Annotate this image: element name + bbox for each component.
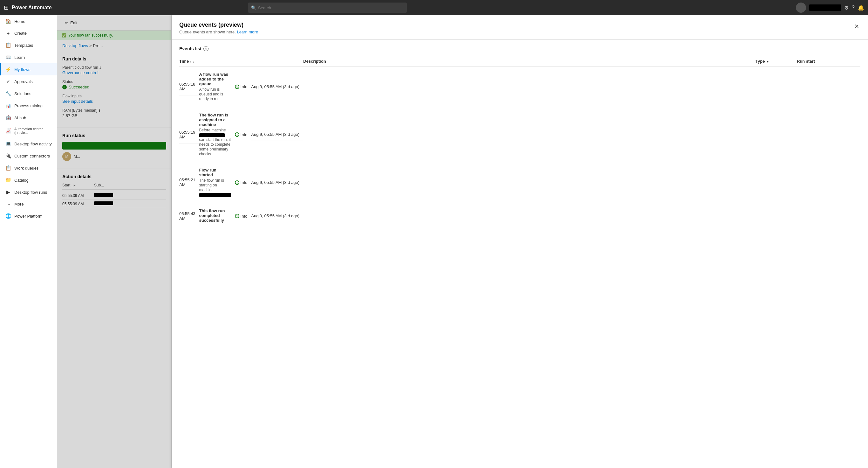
events-list-info-icon: ℹ [204, 46, 209, 51]
sidebar-item-catalog[interactable]: 📁 Catalog [0, 174, 57, 186]
event-time-3: 05:55:21 AM [179, 174, 199, 191]
modal-overlay: Queue events (preview) Queue events are … [57, 15, 868, 468]
sidebar-item-learn[interactable]: 📖 Learn [0, 51, 57, 63]
event-type-1: Info [235, 80, 251, 93]
sidebar-item-label: Home [14, 19, 25, 24]
event-desc-bold-2: The flow run is assigned to a machine [199, 113, 231, 127]
col-type-header[interactable]: Type ▾ [755, 56, 797, 66]
sidebar-item-custom-connectors[interactable]: 🔌 Custom connectors [0, 150, 57, 162]
sidebar-item-home[interactable]: 🏠 Home [0, 15, 57, 27]
event-type-badge-1: Info [235, 84, 248, 89]
sidebar-item-work-queues[interactable]: 📋 Work queues [0, 162, 57, 174]
ai-hub-icon: 🤖 [5, 115, 11, 121]
topbar-right: ⚙ ? 🔔 [796, 3, 864, 13]
event-time-1: 05:55:18 AM [179, 78, 199, 95]
settings-icon[interactable]: ⚙ [844, 5, 848, 11]
notifications-icon[interactable]: 🔔 [858, 5, 864, 11]
type-dot-2 [235, 133, 239, 137]
sidebar-item-power-platform[interactable]: 🌐 Power Platform [0, 210, 57, 222]
event-run-start-3: Aug 9, 05:55 AM (3 d ago) [251, 176, 303, 189]
event-run-start-4: Aug 9, 05:55 AM (3 d ago) [251, 210, 303, 222]
modal-body: Events list ℹ Time ↑ ↓ Description [172, 40, 868, 468]
process-mining-icon: 📊 [5, 103, 11, 109]
modal-header-content: Queue events (preview) Queue events are … [179, 22, 258, 39]
col-description-header: Description [303, 56, 755, 66]
catalog-icon: 📁 [5, 177, 11, 183]
more-icon: ··· [5, 201, 11, 207]
sidebar-item-solutions[interactable]: 🔧 Solutions [0, 87, 57, 99]
event-row-2: 05:55:19 AM The flow run is assigned to … [179, 107, 303, 162]
search-box[interactable]: 🔍 [248, 3, 407, 13]
modal-title: Queue events (preview) [179, 22, 258, 28]
event-type-4: Info [235, 209, 251, 223]
desktop-flow-runs-icon: ▶ [5, 189, 11, 195]
sidebar-item-create[interactable]: + Create [0, 27, 57, 39]
modal-subtitle: Queue events are shown here. Learn more [179, 30, 258, 34]
type-filter-icon: ▾ [767, 60, 769, 63]
power-platform-icon: 🌐 [5, 213, 11, 219]
sidebar-item-process-mining[interactable]: 📊 Process mining [0, 99, 57, 112]
learn-icon: 📖 [5, 54, 11, 60]
approvals-icon: ✓ [5, 79, 11, 84]
event-type-badge-2: Info [235, 133, 248, 137]
sidebar-item-my-flows[interactable]: ⚡ My flows [0, 63, 57, 76]
learn-more-link[interactable]: Learn more [237, 30, 258, 34]
sidebar-item-label: Solutions [14, 91, 31, 96]
sidebar-item-label: Custom connectors [14, 154, 50, 158]
content-area: ✏ Edit ✅ Your flow ran successfully. Des… [57, 15, 868, 468]
type-dot-3 [235, 180, 239, 185]
sidebar-item-label: More [14, 202, 24, 206]
search-input[interactable] [258, 5, 404, 10]
custom-connectors-icon: 🔌 [5, 153, 11, 159]
automation-center-icon: 📈 [5, 128, 11, 134]
sidebar-item-ai-hub[interactable]: 🤖 AI hub [0, 112, 57, 124]
sort-up-icon: ↑ [190, 60, 192, 63]
col-run-start-header: Run start [797, 56, 860, 66]
grid-icon[interactable]: ⊞ [4, 4, 8, 11]
sidebar-item-more[interactable]: ··· More [0, 198, 57, 210]
event-desc-4: This flow run completed successfully [199, 205, 235, 227]
event-type-badge-4: Info [235, 214, 248, 218]
sidebar-item-templates[interactable]: 📋 Templates [0, 39, 57, 51]
events-table-body: 05:55:18 AM A flow run was added to the … [179, 66, 860, 229]
events-table-header-row: Time ↑ ↓ Description Type ▾ Run start [179, 56, 860, 66]
avatar[interactable] [796, 3, 806, 13]
event-time-4: 05:55:43 AM [179, 207, 199, 225]
create-icon: + [5, 31, 11, 36]
sidebar-item-label: Learn [14, 55, 25, 60]
event-desc-3: Flow run started The flow run is startin… [199, 164, 235, 201]
sidebar-item-label: AI hub [14, 116, 26, 120]
event-desc-bold-3: Flow run started [199, 168, 231, 177]
sidebar-item-automation-center[interactable]: 📈 Automation center (previe... [0, 124, 57, 138]
sort-down-icon: ↓ [193, 60, 194, 63]
events-list-label: Events list [179, 46, 202, 51]
sidebar-item-label: Power Platform [14, 214, 42, 218]
event-type-badge-3: Info [235, 180, 248, 185]
solutions-icon: 🔧 [5, 91, 11, 96]
sidebar-item-desktop-flow-runs[interactable]: ▶ Desktop flow runs [0, 186, 57, 198]
col-time-header[interactable]: Time ↑ ↓ [179, 56, 303, 66]
desktop-flow-activity-icon: 💻 [5, 141, 11, 147]
event-desc-2: The flow run is assigned to a machine Be… [199, 109, 235, 160]
sidebar-item-label: Approvals [14, 79, 33, 84]
work-queues-icon: 📋 [5, 165, 11, 171]
search-icon: 🔍 [251, 5, 256, 10]
redacted-machine-2 [199, 193, 231, 197]
type-dot-4 [235, 214, 239, 218]
event-time-2: 05:55:19 AM [179, 126, 199, 144]
event-run-start-2: Aug 9, 05:55 AM (3 d ago) [251, 128, 303, 141]
event-type-3: Info [235, 176, 251, 189]
sidebar-item-label: My flows [14, 67, 31, 72]
modal-panel: Queue events (preview) Queue events are … [172, 15, 868, 468]
sidebar-item-label: Desktop flow runs [14, 190, 47, 195]
help-icon[interactable]: ? [852, 5, 855, 10]
home-icon: 🏠 [5, 19, 11, 24]
sidebar-item-label: Automation center (previe... [14, 127, 53, 135]
sidebar-item-desktop-flow-activity[interactable]: 💻 Desktop flow activity [0, 138, 57, 150]
sidebar-item-label: Work queues [14, 166, 38, 171]
event-row-3: 05:55:21 AM Flow run started The flow ru… [179, 162, 303, 203]
sidebar-item-approvals[interactable]: ✓ Approvals [0, 76, 57, 87]
modal-close-button[interactable]: ✕ [853, 22, 860, 31]
app-title: Power Automate [12, 5, 52, 10]
event-desc-bold-4: This flow run completed successfully [199, 208, 231, 223]
